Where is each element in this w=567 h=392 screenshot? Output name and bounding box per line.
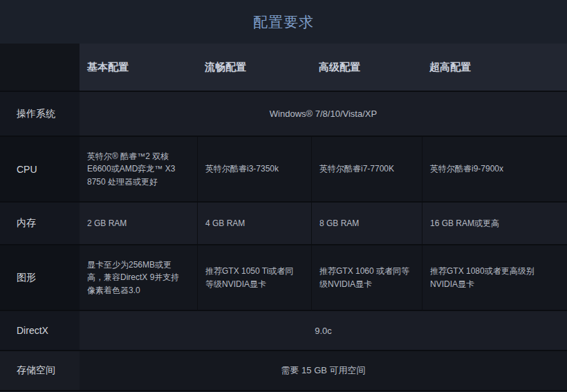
graphics-ultra-value: 推荐GTX 1080或者更高级别NVIDIA显卡 [422, 245, 567, 310]
row-label-storage: 存储空间 [0, 351, 80, 390]
graphics-basic-value: 显卡至少为256MB或更高，兼容DirectX 9并支持像素着色器3.0 [80, 245, 197, 310]
row-label-cpu: CPU [0, 137, 80, 201]
cpu-smooth-value: 英特尔酷睿i3-7350k [197, 137, 311, 201]
table-row-storage: 存储空间 需要 15 GB 可用空间 [0, 350, 567, 390]
table-row-graphics: 图形 显卡至少为256MB或更高，兼容DirectX 9并支持像素着色器3.0 … [0, 244, 567, 310]
table-row-os: 操作系统 Windows® 7/8/10/Vista/XP [0, 91, 567, 136]
memory-basic-value: 2 GB RAM [80, 203, 197, 244]
cpu-advanced-value: 英特尔酷睿i7-7700K [311, 137, 422, 201]
title-bar: 配置要求 [0, 0, 567, 44]
row-label-os: 操作系统 [0, 92, 80, 136]
row-label-memory: 内存 [0, 203, 80, 244]
page-title: 配置要求 [253, 12, 314, 32]
column-header-smooth: 流畅配置 [197, 44, 311, 91]
row-label-directx: DirectX [0, 311, 80, 350]
graphics-cells: 显卡至少为256MB或更高，兼容DirectX 9并支持像素着色器3.0 推荐G… [80, 245, 567, 310]
memory-ultra-value: 16 GB RAM或更高 [422, 203, 567, 244]
memory-cells: 2 GB RAM 4 GB RAM 8 GB RAM 16 GB RAM或更高 [80, 203, 567, 244]
column-header-advanced: 高级配置 [311, 44, 422, 91]
storage-value: 需要 15 GB 可用空间 [80, 351, 567, 390]
memory-advanced-value: 8 GB RAM [311, 203, 422, 244]
directx-value: 9.0c [80, 311, 567, 350]
cpu-basic-value: 英特尔® 酷睿™2 双核 E6600或AMD弈龙™ X3 8750 处理器或更好 [80, 137, 197, 201]
graphics-smooth-value: 推荐GTX 1050 Ti或者同等级NVIDIA显卡 [197, 245, 311, 310]
header-cells: 基本配置 流畅配置 高级配置 超高配置 [80, 44, 567, 91]
header-label-spacer [0, 44, 80, 91]
os-value: Windows® 7/8/10/Vista/XP [80, 92, 567, 136]
system-requirements-panel: 配置要求 基本配置 流畅配置 高级配置 超高配置 操作系统 Windows® 7… [0, 0, 567, 392]
table-row-memory: 内存 2 GB RAM 4 GB RAM 8 GB RAM 16 GB RAM或… [0, 201, 567, 244]
graphics-advanced-value: 推荐GTX 1060 或者同等级NVIDIA显卡 [311, 245, 422, 310]
table-row-cpu: CPU 英特尔® 酷睿™2 双核 E6600或AMD弈龙™ X3 8750 处理… [0, 136, 567, 201]
requirements-table: 基本配置 流畅配置 高级配置 超高配置 操作系统 Windows® 7/8/10… [0, 44, 567, 392]
table-row-directx: DirectX 9.0c [0, 310, 567, 350]
column-header-basic: 基本配置 [80, 44, 197, 91]
cpu-ultra-value: 英特尔酷睿i9-7900x [422, 137, 567, 201]
row-label-graphics: 图形 [0, 245, 80, 310]
column-header-ultra: 超高配置 [422, 44, 567, 91]
table-header-row: 基本配置 流畅配置 高级配置 超高配置 [0, 44, 567, 91]
cpu-cells: 英特尔® 酷睿™2 双核 E6600或AMD弈龙™ X3 8750 处理器或更好… [80, 137, 567, 201]
memory-smooth-value: 4 GB RAM [197, 203, 311, 244]
